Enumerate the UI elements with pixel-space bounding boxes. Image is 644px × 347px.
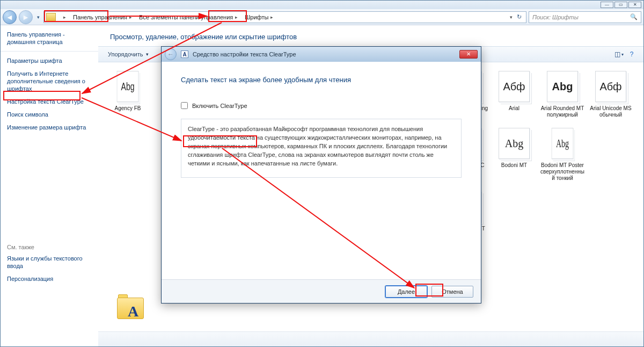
enable-cleartype-label: Включить ClearType (192, 103, 247, 109)
cancel-button[interactable]: Отмена (431, 286, 473, 298)
font-label: Bodoni MT Poster сверхуплотненный тонкий (539, 162, 586, 182)
font-item[interactable]: АбфArial Unicode MS обычный (588, 71, 634, 118)
address-dropdown-icon[interactable]: ▾ (510, 15, 513, 20)
enable-cleartype-input[interactable] (181, 102, 188, 109)
dialog-titlebar: ← A Средство настройки текста ClearType … (162, 47, 481, 62)
page-title: Просмотр, удаление, отображение или скры… (98, 25, 643, 46)
font-label: Arial Unicode MS обычный (588, 105, 634, 118)
font-preview-icon: Abg (547, 71, 578, 102)
font-preview-icon: Абф (499, 71, 530, 102)
nav-forward-button[interactable]: ► (19, 10, 33, 24)
organize-button[interactable]: Упорядочить ▾ (104, 50, 153, 59)
nav-resize-font[interactable]: Изменение размера шрифта (7, 124, 92, 131)
refresh-icon[interactable]: ↻ (515, 13, 524, 20)
nav-font-params[interactable]: Параметры шрифта (7, 57, 92, 64)
dialog-body: Сделать текст на экране более удобным дл… (162, 62, 481, 279)
left-nav: Панель управления - домашняя страница Па… (1, 25, 98, 346)
nav-symbol-search[interactable]: Поиск символа (7, 111, 92, 118)
dialog-close-button[interactable]: ✕ (459, 50, 478, 59)
nav-related-personalization[interactable]: Персонализация (7, 275, 92, 283)
view-options-icon[interactable]: ◫▾ (614, 49, 624, 59)
font-item[interactable]: AbgAgency FB (105, 71, 151, 118)
nav-history-dropdown[interactable]: ▾ (35, 11, 41, 24)
dialog-description: ClearType - это разработанная Майкрософт… (181, 119, 462, 178)
details-pane (98, 331, 643, 346)
nav-home[interactable]: Панель управления - домашняя страница (7, 31, 92, 46)
dialog-button-row: Далее Отмена (162, 279, 481, 303)
dialog-heading: Сделать текст на экране более удобным дл… (181, 76, 462, 84)
nav-cleartype[interactable]: Настройка текста ClearType (7, 98, 92, 105)
next-button[interactable]: Далее (385, 286, 427, 298)
font-label: Agency FB (105, 105, 151, 118)
font-item[interactable]: AbgArial Rounded MT полужирный (539, 71, 586, 118)
font-preview-icon: Абф (595, 71, 626, 102)
search-icon: 🔍 (630, 13, 638, 20)
font-label: Arial (491, 105, 537, 118)
breadcrumb-control-panel[interactable]: Панель управления▸ (70, 12, 136, 23)
nav-online-info[interactable]: Получить в Интернете дополнительные свед… (7, 70, 92, 92)
breadcrumb-all-items[interactable]: Все элементы панели управления▸ (136, 12, 241, 23)
nav-back-button[interactable]: ◄ (3, 10, 17, 24)
font-item[interactable]: AbgBodoni MT (491, 128, 537, 182)
help-icon[interactable]: ? (627, 49, 636, 59)
search-input[interactable]: Поиск: Шрифты 🔍 (529, 11, 641, 23)
search-placeholder: Поиск: Шрифты (532, 14, 579, 20)
enable-cleartype-checkbox[interactable]: Включить ClearType (181, 102, 462, 109)
minimize-button[interactable]: — (601, 2, 613, 8)
cleartype-dialog: ← A Средство настройки текста ClearType … (161, 46, 481, 303)
font-preview-icon: Abg (552, 128, 574, 159)
organize-label: Упорядочить (108, 51, 143, 57)
dialog-title-text: Средство настройки текста ClearType (193, 51, 296, 57)
font-item[interactable]: AbgBodoni MT Poster сверхуплотненный тон… (539, 128, 586, 182)
nav-separator (1, 51, 98, 52)
nav-related-languages[interactable]: Языки и службы текстового ввода (7, 255, 92, 270)
address-row: ◄ ► ▾ ▸ Панель управления▸ Все элементы … (1, 9, 643, 25)
breadcrumb-root-arrow[interactable]: ▸ (58, 12, 70, 23)
related-title: См. также (7, 244, 92, 250)
window-titlebar: — ▭ ✕ (1, 1, 643, 9)
dialog-back-button[interactable]: ← (165, 48, 177, 60)
folder-icon (46, 13, 56, 21)
font-preview-icon: Abg (117, 71, 139, 102)
breadcrumb-fonts[interactable]: Шрифты▸ (241, 12, 277, 23)
font-label: Bodoni MT (491, 162, 537, 175)
maximize-button[interactable]: ▭ (614, 2, 627, 8)
address-bar[interactable]: ▸ Панель управления▸ Все элементы панели… (43, 11, 526, 23)
font-preview-icon: Abg (499, 128, 530, 159)
cleartype-icon: A (181, 50, 188, 58)
close-window-button[interactable]: ✕ (628, 2, 641, 8)
font-label: Arial Rounded MT полужирный (539, 105, 586, 118)
chevron-down-icon: ▾ (146, 52, 149, 57)
font-item[interactable]: АбфArial (491, 71, 537, 118)
